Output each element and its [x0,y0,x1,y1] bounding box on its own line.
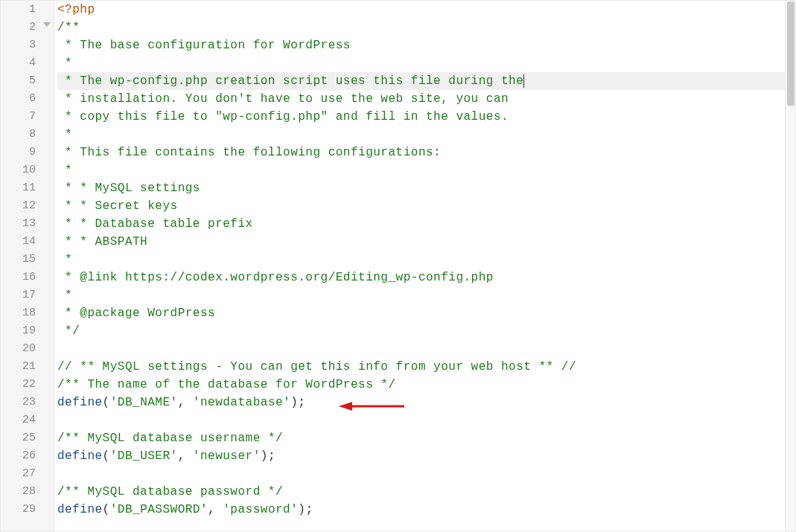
code-line[interactable]: * * Database table prefix [57,215,795,233]
code-area[interactable]: <?php /** * The base configuration for W… [54,1,795,531]
string-literal: 'DB_NAME' [110,396,178,409]
line-number[interactable]: 7 [1,108,54,126]
code-line[interactable] [57,340,795,358]
semicolon: ; [305,503,313,516]
line-number[interactable]: 23 [1,394,54,411]
comment-text: * The wp-config.php creation script uses… [57,74,523,88]
code-line-active[interactable]: * The wp-config.php creation script uses… [57,72,795,90]
paren-open: ( [103,449,110,463]
line-number[interactable]: 3 [1,36,54,54]
paren-open: ( [103,396,110,409]
line-number[interactable]: 25 [1,429,54,447]
code-line[interactable]: * @link https://codex.wordpress.org/Edit… [57,269,795,286]
text-cursor [523,74,524,88]
code-line[interactable]: /** [57,19,795,36]
string-literal: 'newuser' [193,449,261,463]
code-line[interactable]: * [57,126,795,144]
code-line[interactable]: * * MySQL settings [57,179,795,197]
comment-text: * This file contains the following confi… [57,146,441,159]
paren-close: ) [290,396,298,409]
line-number[interactable]: 18 [1,304,54,322]
fold-arrow-icon[interactable] [43,22,51,27]
line-number[interactable]: 4 [1,54,54,72]
comment-text: * [57,128,72,141]
comma: , [178,449,185,463]
comment-text: * [57,57,72,70]
line-number[interactable]: 9 [1,144,54,161]
code-line[interactable]: * installation. You don't have to use th… [57,90,795,108]
line-number[interactable]: 24 [1,411,54,429]
code-line[interactable] [57,465,795,483]
code-line[interactable]: * copy this file to "wp-config.php" and … [57,108,795,126]
comma: , [178,396,185,409]
code-editor: 1 2 3 4 5 6 7 8 9 10 11 12 13 14 15 16 1… [0,0,796,532]
comment-text: * copy this file to "wp-config.php" and … [57,110,509,124]
line-number[interactable]: 6 [1,90,54,108]
line-number[interactable]: 22 [1,376,54,394]
code-line[interactable] [57,411,795,429]
line-number[interactable]: 20 [1,340,54,358]
line-number[interactable]: 27 [1,465,54,483]
code-line[interactable]: * [57,286,795,304]
semicolon: ; [268,449,276,463]
paren-close: ) [298,503,305,516]
semicolon: ; [298,396,305,409]
code-line[interactable]: define('DB_USER', 'newuser'); [57,447,795,465]
docblock-close: */ [57,324,80,338]
line-number[interactable]: 28 [1,483,54,501]
code-line[interactable]: * * ABSPATH [57,233,795,251]
comment-text: /** MySQL database username */ [57,432,283,445]
line-number[interactable]: 2 [1,19,54,36]
docblock-open: /** [57,21,80,34]
code-line[interactable]: * The base configuration for WordPress [57,36,795,54]
paren-close: ) [261,449,268,463]
code-line[interactable]: /** MySQL database password */ [57,483,795,501]
comment-text: // ** MySQL settings - You can get this … [57,360,576,374]
line-number[interactable]: 17 [1,286,54,304]
comment-text: * * ABSPATH [57,235,147,249]
line-number[interactable]: 8 [1,126,54,144]
code-line[interactable]: * * Secret keys [57,197,795,215]
string-literal: 'newdatabase' [193,396,290,409]
line-number[interactable]: 16 [1,269,54,286]
line-number[interactable]: 13 [1,215,54,233]
line-number[interactable]: 10 [1,161,54,179]
function-name: define [57,449,103,463]
scrollbar-thumb[interactable] [787,1,795,106]
line-number[interactable]: 1 [1,1,54,19]
comment-text: * * MySQL settings [57,182,200,195]
paren-open: ( [103,503,110,516]
line-number[interactable]: 29 [1,501,54,519]
vertical-scrollbar[interactable] [785,1,795,531]
line-number[interactable]: 12 [1,197,54,215]
comment-text: * [57,253,72,266]
code-line[interactable]: <?php [57,1,795,19]
code-line[interactable]: // ** MySQL settings - You can get this … [57,358,795,376]
comment-text: * installation. You don't have to use th… [57,92,509,106]
line-number[interactable]: 15 [1,251,54,269]
code-line[interactable]: /** The name of the database for WordPre… [57,376,795,394]
code-line[interactable]: define('DB_NAME', 'newdatabase'); [57,394,795,411]
line-number[interactable]: 5 [1,72,54,90]
php-open-tag: <?php [57,3,95,16]
string-literal: 'DB_PASSWORD' [110,503,208,516]
code-line[interactable]: /** MySQL database username */ [57,429,795,447]
line-number[interactable]: 14 [1,233,54,251]
code-line[interactable]: * [57,54,795,72]
line-number[interactable]: 19 [1,322,54,340]
line-number[interactable]: 26 [1,447,54,465]
code-line[interactable]: * This file contains the following confi… [57,144,795,161]
code-line[interactable]: * @package WordPress [57,304,795,322]
code-line[interactable]: define('DB_PASSWORD', 'password'); [57,501,795,519]
code-line[interactable]: * [57,251,795,269]
comment-text: * * Secret keys [57,199,178,213]
comment-text: /** MySQL database password */ [57,485,283,499]
string-literal: 'password' [223,503,298,516]
line-number[interactable]: 21 [1,358,54,376]
code-line[interactable]: * [57,161,795,179]
function-name: define [57,503,103,516]
comment-text: * [57,289,72,302]
code-line[interactable]: */ [57,322,795,340]
line-number[interactable]: 11 [1,179,54,197]
comment-text: * * Database table prefix [57,217,253,231]
